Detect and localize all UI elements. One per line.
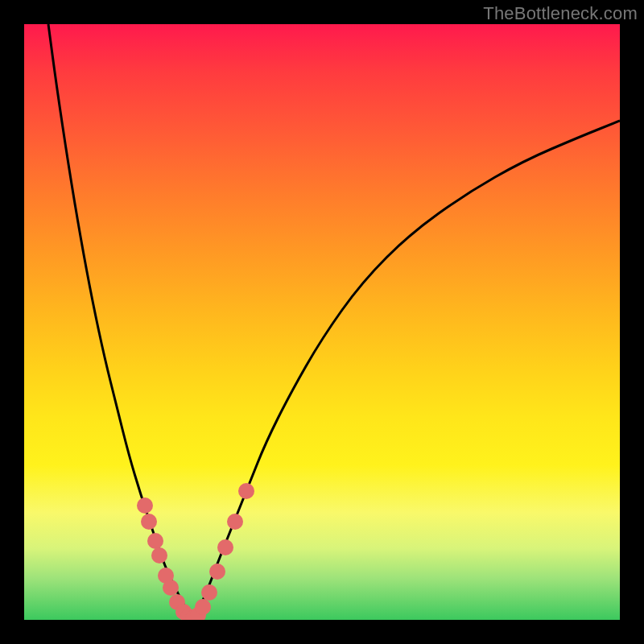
data-dot [137,497,153,514]
watermark-text: TheBottleneck.com [483,3,638,24]
plot-area [24,24,620,620]
curve-layer [24,24,620,620]
data-dot [201,584,217,601]
left-curve [48,24,193,620]
data-dot [147,533,163,549]
data-dot [141,514,157,530]
data-dot [195,599,211,615]
data-dot [151,547,167,564]
scatter-dots [137,483,254,620]
right-curve [193,121,620,620]
data-dot [238,483,254,499]
chart-frame: TheBottleneck.com [0,0,644,644]
data-dot [227,514,243,530]
data-dot [217,539,233,555]
data-dot [163,580,179,596]
data-dot [209,564,225,580]
